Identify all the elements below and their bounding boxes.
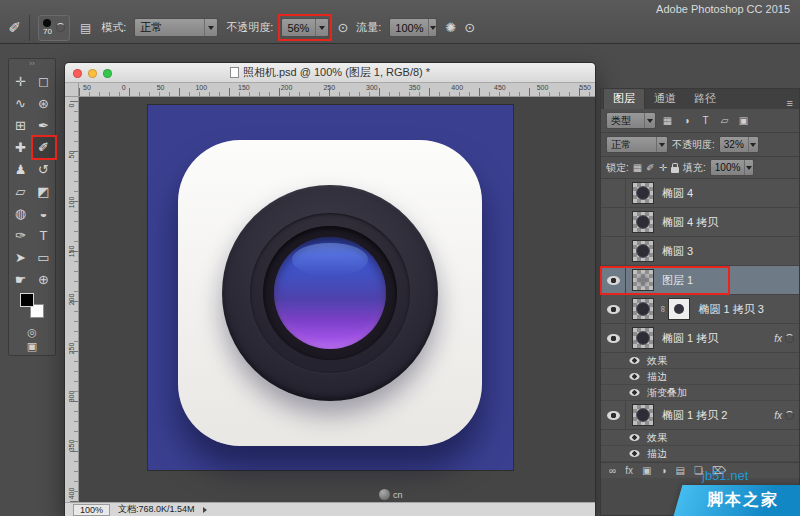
layer-thumbnail[interactable] [632, 269, 654, 291]
path-selection-tool[interactable]: ➤ [10, 247, 32, 268]
blur-tool[interactable]: ◍ [10, 203, 32, 224]
layer-opacity-field[interactable]: 32% [719, 136, 759, 153]
layer-row[interactable]: ∞ 椭圆 1 拷贝 3 [601, 295, 799, 324]
pen-tool[interactable]: ✑ [10, 225, 32, 246]
layer-row[interactable]: 椭圆 1 拷贝 2 fx [601, 401, 799, 430]
visibility-toggle[interactable] [601, 237, 626, 265]
fill-field[interactable]: 100% [710, 159, 754, 176]
panel-menu-icon[interactable]: ≡ [781, 97, 799, 109]
tablet-pressure-opacity-icon[interactable]: ⊙ [337, 20, 348, 35]
input-method-indicator[interactable]: cn [379, 489, 403, 500]
visibility-toggle[interactable] [601, 208, 626, 236]
layer-row-selected[interactable]: 图层 1 [601, 266, 799, 295]
crop-tool[interactable]: ⊞ [10, 115, 32, 136]
layer-mask-thumbnail[interactable] [668, 298, 690, 320]
filter-kind-select[interactable]: 类型 [606, 112, 656, 129]
tablet-pressure-size-icon[interactable]: ⊙ [464, 20, 475, 35]
add-layer-style-icon[interactable]: fx [625, 465, 633, 476]
lock-transparent-pixels-icon[interactable]: ▦ [633, 162, 642, 173]
lasso-tool[interactable]: ∿ [10, 93, 32, 114]
layer-row[interactable]: 椭圆 4 [601, 179, 799, 208]
zoom-tool[interactable]: ⊕ [33, 269, 55, 290]
effect-row[interactable]: 渐变叠加 [601, 385, 799, 401]
effect-row[interactable]: 描边 [601, 369, 799, 385]
close-button[interactable] [73, 69, 82, 78]
layer-style-badge[interactable]: fx [774, 410, 799, 421]
flow-field[interactable]: 100% [389, 18, 437, 37]
vertical-ruler[interactable]: 0 50 100 150 200 250 300 350 400 [65, 97, 79, 502]
layer-thumbnail[interactable] [632, 211, 654, 233]
filter-type-layers-icon[interactable]: T [698, 115, 713, 126]
visibility-toggle[interactable] [601, 179, 626, 207]
layer-row[interactable]: 椭圆 4 拷贝 [601, 208, 799, 237]
mask-link-icon[interactable]: ∞ [658, 306, 668, 312]
current-tool-button[interactable]: ✐ [4, 15, 30, 41]
layer-thumbnail[interactable] [632, 327, 654, 349]
effect-row[interactable]: 效果 [601, 353, 799, 369]
horizontal-ruler[interactable]: 50 0 50 100 150 200 250 300 350 400 450 … [79, 83, 595, 97]
filter-adjustment-layers-icon[interactable]: ◑ [679, 115, 694, 126]
tab-paths[interactable]: 路径 [685, 89, 725, 109]
effect-row[interactable]: 描边 [601, 446, 799, 462]
hand-tool[interactable]: ☛ [10, 269, 32, 290]
minimize-button[interactable] [88, 69, 97, 78]
link-layers-icon[interactable]: ∞ [609, 465, 616, 476]
toolbar-collapse-icon[interactable]: ›› [9, 59, 55, 70]
spot-healing-brush-tool[interactable]: ✚ [10, 137, 32, 158]
artboard[interactable] [148, 105, 513, 470]
layer-thumbnail[interactable] [632, 240, 654, 262]
blend-mode-select[interactable]: 正常 [134, 18, 218, 37]
rectangle-tool[interactable]: ▭ [33, 247, 55, 268]
brush-tool[interactable]: ✐ [33, 137, 55, 158]
eye-icon[interactable] [629, 450, 639, 457]
lock-all-icon[interactable] [671, 167, 679, 173]
status-flyout-arrow[interactable] [203, 507, 207, 513]
zoom-level-field[interactable]: 100% [73, 504, 110, 516]
eye-icon[interactable] [629, 389, 639, 396]
eyedropper-tool[interactable]: ✒ [33, 115, 55, 136]
layer-thumbnail[interactable] [632, 182, 654, 204]
filter-shape-layers-icon[interactable]: ▱ [717, 115, 732, 126]
layer-style-badge[interactable]: fx [774, 333, 799, 344]
tab-channels[interactable]: 通道 [645, 89, 685, 109]
filter-pixel-layers-icon[interactable]: ▦ [660, 115, 675, 126]
opacity-field[interactable]: 56% [281, 18, 329, 37]
layer-blend-mode-select[interactable]: 正常 [606, 136, 668, 153]
gradient-tool[interactable]: ◩ [33, 181, 55, 202]
visibility-toggle[interactable] [601, 401, 626, 429]
type-tool[interactable]: T [33, 225, 55, 246]
eye-icon[interactable] [629, 357, 639, 364]
zoom-window-button[interactable] [103, 69, 112, 78]
brush-preset-picker[interactable]: 70 [38, 15, 70, 41]
new-adjustment-layer-icon[interactable]: ◑ [660, 465, 666, 476]
layer-thumbnail[interactable] [632, 404, 654, 426]
quick-mask-button[interactable]: ◎ [27, 326, 37, 339]
lock-image-pixels-icon[interactable]: ✐ [646, 162, 654, 173]
airbrush-icon[interactable]: ✺ [445, 20, 456, 35]
effect-row[interactable]: 效果 [601, 430, 799, 446]
foreground-color-swatch[interactable] [20, 293, 34, 307]
quick-selection-tool[interactable]: ⊛ [33, 93, 55, 114]
tab-layers[interactable]: 图层 [603, 88, 645, 109]
ruler-corner[interactable] [65, 83, 79, 97]
eye-icon[interactable] [629, 373, 639, 380]
visibility-toggle[interactable] [601, 295, 626, 323]
visibility-toggle[interactable] [601, 324, 626, 352]
brush-panel-toggle[interactable]: ▤ [78, 21, 93, 35]
visibility-toggle[interactable] [601, 266, 626, 294]
layer-thumbnail[interactable] [632, 298, 654, 320]
document-titlebar[interactable]: 照相机.psd @ 100% (图层 1, RGB/8) * [65, 63, 595, 83]
dodge-tool[interactable]: ◒ [33, 203, 55, 224]
layer-row[interactable]: 椭圆 3 [601, 237, 799, 266]
add-layer-mask-icon[interactable]: ▣ [642, 465, 651, 476]
layer-row[interactable]: 椭圆 1 拷贝 fx [601, 324, 799, 353]
screen-mode-button[interactable]: ▣ [27, 340, 37, 353]
eraser-tool[interactable]: ▱ [10, 181, 32, 202]
filter-smart-objects-icon[interactable]: ▣ [736, 115, 751, 126]
rectangular-marquee-tool[interactable]: ◻ [33, 71, 55, 92]
move-tool[interactable]: ✛ [10, 71, 32, 92]
lock-position-icon[interactable]: ✛ [659, 162, 667, 173]
clone-stamp-tool[interactable]: ♟ [10, 159, 32, 180]
canvas[interactable]: cn [79, 97, 595, 502]
eye-icon[interactable] [629, 434, 639, 441]
